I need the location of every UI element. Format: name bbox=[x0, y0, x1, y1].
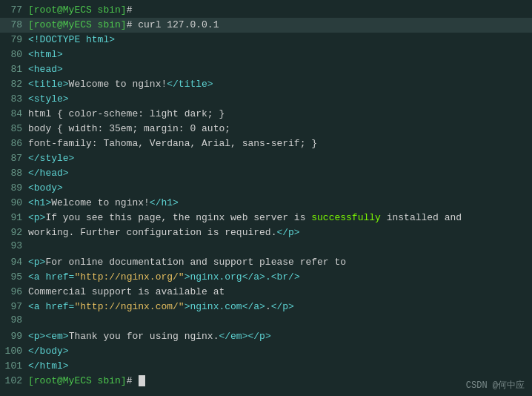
text-segment: Commercial support is available at bbox=[28, 286, 225, 297]
terminal-line: 94<p>For online documentation and suppor… bbox=[0, 255, 532, 270]
line-content: <h1>Welcome to nginx!</h1> bbox=[28, 196, 531, 211]
text-segment: <body> bbox=[28, 182, 63, 194]
text-segment: successfully bbox=[311, 212, 381, 223]
text-segment: [root@MyECS sbin] bbox=[28, 19, 127, 30]
line-number: 87 bbox=[1, 153, 28, 164]
text-segment: [root@MyECS sbin] bbox=[28, 4, 127, 16]
line-number: 94 bbox=[1, 257, 28, 268]
terminal-line: 91<p>If you see this page, the nginx web… bbox=[0, 211, 532, 225]
text-segment: </p> bbox=[247, 331, 270, 342]
text-segment: </em> bbox=[219, 331, 247, 342]
terminal-line: 77[root@MyECS sbin]# bbox=[0, 3, 532, 18]
line-number: 83 bbox=[1, 93, 28, 105]
text-segment: <a href= bbox=[28, 301, 74, 312]
line-content: </style> bbox=[28, 151, 531, 166]
line-content: font-family: Tahoma, Verdana, Arial, san… bbox=[28, 136, 531, 151]
line-number: 80 bbox=[1, 49, 28, 60]
line-number: 102 bbox=[1, 375, 28, 386]
line-number: 81 bbox=[1, 64, 28, 75]
line-content: </head> bbox=[28, 166, 531, 181]
text-segment: "http://nginx.com/" bbox=[74, 301, 184, 312]
text-segment: Welcome to nginx! bbox=[51, 197, 150, 208]
line-content: html { color-scheme: light dark; } bbox=[28, 107, 531, 122]
terminal-window: 77[root@MyECS sbin]#78[root@MyECS sbin]#… bbox=[0, 0, 532, 396]
terminal-line: 85body { width: 35em; margin: 0 auto; bbox=[0, 122, 532, 136]
text-segment: <title> bbox=[28, 79, 69, 90]
terminal-line: 88</head> bbox=[0, 166, 532, 181]
terminal-line: 81<head> bbox=[0, 62, 532, 77]
text-segment: <p> bbox=[28, 212, 45, 223]
text-segment: If you see this page, the nginx web serv… bbox=[45, 212, 311, 223]
text-segment: </html> bbox=[28, 360, 69, 372]
terminal-line: 90<h1>Welcome to nginx!</h1> bbox=[0, 196, 532, 211]
terminal-line: 92working. Further configuration is requ… bbox=[0, 225, 532, 240]
text-segment: <head> bbox=[28, 64, 63, 75]
terminal-line: 89<body> bbox=[0, 181, 532, 196]
terminal-line: 86font-family: Tahoma, Verdana, Arial, s… bbox=[0, 136, 532, 151]
terminal-line: 83<style> bbox=[0, 92, 532, 107]
line-number: 86 bbox=[1, 138, 28, 149]
text-segment: body { width: 35em; margin: 0 auto; bbox=[28, 123, 230, 134]
terminal-line: 79<!DOCTYPE html> bbox=[0, 33, 532, 47]
text-segment: .<br/> bbox=[265, 271, 300, 283]
text-segment: <em> bbox=[45, 331, 68, 342]
line-number: 82 bbox=[1, 79, 28, 90]
text-segment: . bbox=[265, 301, 271, 312]
line-content: <a href="http://nginx.com/">nginx.com</a… bbox=[28, 300, 531, 314]
line-content: <!DOCTYPE html> bbox=[28, 33, 531, 47]
line-number: 96 bbox=[1, 286, 28, 297]
text-segment: working. Further configuration is requir… bbox=[28, 227, 276, 238]
line-number: 98 bbox=[1, 314, 28, 326]
line-number: 101 bbox=[1, 360, 28, 372]
terminal-line: 102[root@MyECS sbin]# bbox=[0, 374, 532, 389]
text-segment: </title> bbox=[167, 79, 213, 90]
text-segment: Welcome to nginx! bbox=[69, 79, 167, 90]
terminal-line: 78[root@MyECS sbin]# curl 127.0.0.1 bbox=[0, 18, 532, 33]
line-content: <html> bbox=[28, 47, 531, 62]
text-segment: >nginx.com</a> bbox=[184, 301, 265, 312]
line-number: 85 bbox=[1, 123, 28, 134]
text-segment: html { color-scheme: light dark; } bbox=[28, 108, 225, 119]
watermark: CSDN @何中应 bbox=[466, 379, 525, 392]
text-segment: # bbox=[127, 375, 139, 386]
text-segment: # bbox=[127, 4, 133, 16]
line-number: 89 bbox=[1, 182, 28, 194]
line-number: 97 bbox=[1, 301, 28, 312]
terminal-line: 99<p><em>Thank you for using nginx.</em>… bbox=[0, 329, 532, 344]
text-segment: <a href= bbox=[28, 271, 74, 283]
line-content: <p>If you see this page, the nginx web s… bbox=[28, 211, 531, 225]
line-number: 88 bbox=[1, 168, 28, 179]
line-number: 92 bbox=[1, 227, 28, 238]
line-number: 90 bbox=[1, 197, 28, 208]
terminal-line: 95<a href="http://nginx.org/">nginx.org<… bbox=[0, 270, 532, 285]
text-segment: # curl 127.0.0.1 bbox=[127, 19, 219, 30]
text-segment: <p> bbox=[28, 331, 45, 342]
line-content: [root@MyECS sbin]# curl 127.0.0.1 bbox=[28, 18, 531, 33]
line-number: 91 bbox=[1, 212, 28, 223]
line-content: body { width: 35em; margin: 0 auto; bbox=[28, 122, 531, 136]
text-segment: <!DOCTYPE html> bbox=[28, 34, 115, 45]
terminal-line: 84html { color-scheme: light dark; } bbox=[0, 107, 532, 122]
terminal-line: 87</style> bbox=[0, 151, 532, 166]
terminal-line: 96Commercial support is available at bbox=[0, 285, 532, 300]
line-content: <style> bbox=[28, 92, 531, 107]
line-content: working. Further configuration is requir… bbox=[28, 225, 531, 240]
text-segment: installed and bbox=[381, 212, 462, 223]
line-content: <p><em>Thank you for using nginx.</em></… bbox=[28, 329, 531, 344]
text-segment: <p> bbox=[28, 257, 45, 268]
text-segment: Thank you for using nginx. bbox=[69, 331, 219, 342]
terminal-line: 100</body> bbox=[0, 344, 532, 359]
line-number: 78 bbox=[1, 19, 28, 30]
terminal-line: 98 bbox=[0, 314, 532, 329]
text-segment: "http://nginx.org/" bbox=[74, 271, 184, 283]
terminal-line: 82<title>Welcome to nginx!</title> bbox=[0, 77, 532, 92]
text-segment: >nginx.org</a> bbox=[184, 271, 265, 283]
text-segment: </style> bbox=[28, 153, 74, 164]
line-number: 84 bbox=[1, 108, 28, 119]
text-segment: font-family: Tahoma, Verdana, Arial, san… bbox=[28, 138, 317, 149]
line-content: </body> bbox=[28, 344, 531, 359]
line-content: <a href="http://nginx.org/">nginx.org</a… bbox=[28, 270, 531, 285]
line-number: 93 bbox=[1, 240, 28, 251]
terminal-line: 93 bbox=[0, 240, 532, 255]
line-number: 95 bbox=[1, 271, 28, 283]
